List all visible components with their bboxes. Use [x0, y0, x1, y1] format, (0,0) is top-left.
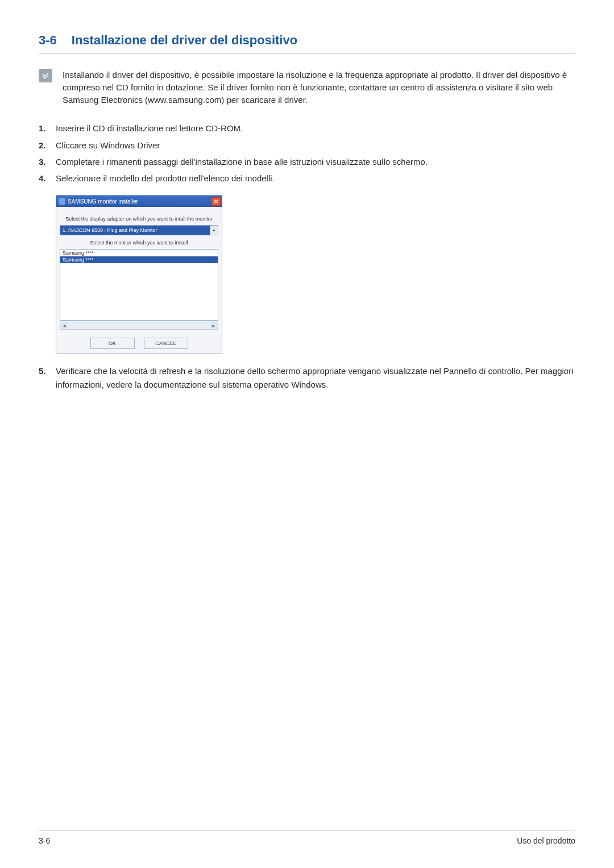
app-icon [59, 198, 65, 205]
installer-screenshot: SAMSUNG monitor installer ✕ Select the d… [56, 195, 575, 354]
close-button[interactable]: ✕ [211, 197, 221, 206]
step-number: 3. [39, 155, 50, 168]
dialog-button-row: OK CANCEL [60, 338, 218, 349]
adapter-dropdown[interactable]: 1. RADEON 9550 : Plug and Play Monitor ▼ [60, 225, 218, 235]
adapter-selected: 1. RADEON 9550 : Plug and Play Monitor [60, 226, 210, 235]
dialog-body: Select the display adapter on which you … [56, 207, 222, 354]
list-item: 2. Cliccare su Windows Driver [39, 139, 575, 152]
list-item: 4. Selezionare il modello del prodotto n… [39, 172, 575, 185]
monitor-list[interactable]: Samsung **** Samsung **** [60, 249, 218, 321]
installer-dialog: SAMSUNG monitor installer ✕ Select the d… [56, 195, 222, 354]
titlebar-left: SAMSUNG monitor installer [59, 198, 138, 205]
chevron-right-icon[interactable]: ► [210, 322, 218, 329]
heading-number: 3-6 [39, 33, 57, 48]
step-text: Cliccare su Windows Driver [56, 139, 160, 152]
list-item: 3. Completare i rimanenti passaggi dell'… [39, 155, 575, 168]
cancel-button[interactable]: CANCEL [144, 338, 188, 349]
footer-page-number: 3-6 [39, 836, 50, 845]
dialog-titlebar: SAMSUNG monitor installer ✕ [56, 196, 222, 207]
footer-section-title: Uso del prodotto [517, 836, 575, 845]
heading-title: Installazione del driver del dispositivo [72, 33, 297, 48]
section-heading: 3-6 Installazione del driver del disposi… [39, 33, 575, 54]
list-item: 1. Inserire il CD di installazione nel l… [39, 122, 575, 135]
dialog-title: SAMSUNG monitor installer [68, 198, 138, 205]
note-text: Installando il driver del dispositivo, è… [63, 69, 575, 106]
step-text: Verificare che la velocità di refresh e … [56, 364, 575, 391]
close-icon: ✕ [214, 198, 218, 205]
page-content: 3-6 Installazione del driver del disposi… [0, 0, 614, 391]
step-text: Completare i rimanenti passaggi dell'ins… [56, 155, 428, 168]
ok-button[interactable]: OK [90, 338, 135, 349]
list-item[interactable]: Samsung **** [60, 256, 218, 263]
step-number: 2. [39, 139, 50, 152]
step-text: Selezionare il modello del prodotto nell… [56, 172, 275, 185]
step-text: Inserire il CD di installazione nel lett… [56, 122, 243, 135]
step-number: 4. [39, 172, 50, 185]
monitor-label: Select the monitor which you want to ins… [60, 240, 218, 246]
page-footer: 3-6 Uso del prodotto [39, 830, 575, 845]
note-icon [39, 69, 52, 82]
list-item[interactable]: Samsung **** [60, 250, 218, 256]
step-number: 5. [39, 364, 50, 391]
note-block: Installando il driver del dispositivo, è… [39, 69, 575, 106]
list-item: 5. Verificare che la velocità di refresh… [39, 364, 575, 391]
chevron-down-icon[interactable]: ▼ [210, 226, 218, 235]
horizontal-scrollbar[interactable]: ◄ ► [60, 322, 218, 330]
steps-list: 1. Inserire il CD di installazione nel l… [39, 122, 575, 185]
steps-list-continued: 5. Verificare che la velocità di refresh… [39, 364, 575, 391]
step-number: 1. [39, 122, 50, 135]
adapter-label: Select the display adapter on which you … [60, 216, 218, 222]
chevron-left-icon[interactable]: ◄ [60, 322, 68, 329]
